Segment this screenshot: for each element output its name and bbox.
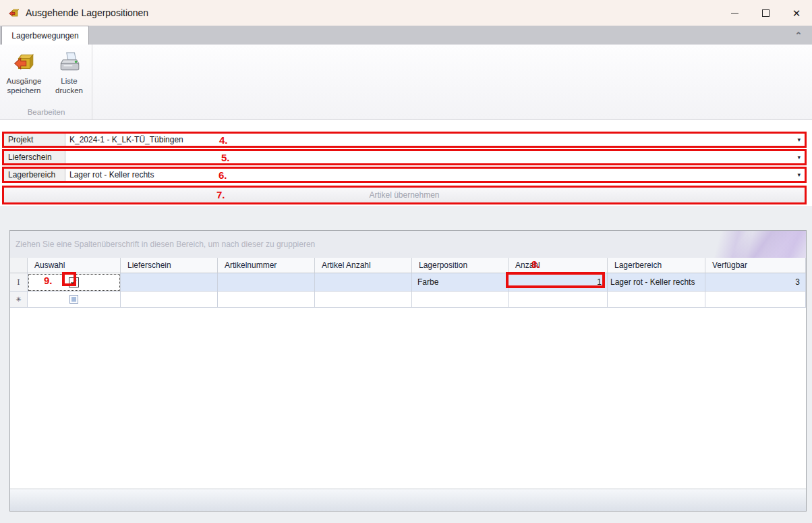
artikel-uebernehmen-label: Artikel übernehmen — [369, 190, 439, 200]
ribbon: Ausgänge speichern Liste drucken Bearbei… — [0, 45, 812, 120]
column-header-artikel-anzahl[interactable]: Artikel Anzahl — [315, 258, 412, 273]
lagerbereich-value: Lager rot - Keller rechts — [69, 170, 154, 180]
projekt-row: Projekt K_2024-1 - K_LK-TÜ_Tübingen ▾ — [4, 134, 805, 146]
column-header-lagerbereich[interactable]: Lagerbereich — [608, 258, 705, 273]
checkbox-fill — [71, 297, 76, 302]
verfuegbar-cell[interactable]: 3 — [705, 273, 806, 292]
row-indicator: I — [10, 273, 28, 292]
artikel-anzahl-cell-new[interactable] — [315, 292, 412, 308]
tab-lagerbewegungen[interactable]: Lagerbewegungen — [1, 26, 89, 45]
annotation-box-anzahl — [506, 272, 605, 288]
projekt-label: Projekt — [4, 134, 65, 146]
annotation-box-uebernehmen: Artikel übernehmen — [2, 186, 807, 204]
chevron-up-icon: ⌃ — [795, 30, 803, 40]
verfuegbar-cell-new[interactable] — [705, 292, 806, 308]
ribbon-buttons: Ausgänge speichern Liste drucken — [0, 45, 92, 96]
lagerposition-cell[interactable]: Farbe — [412, 273, 509, 292]
liste-drucken-button[interactable]: Liste drucken — [49, 51, 89, 96]
column-header-auswahl[interactable]: Auswahl — [28, 258, 121, 273]
annotation-label-8: 8. — [531, 258, 540, 270]
annotation-box-auswahl — [62, 272, 76, 286]
chevron-down-icon[interactable]: ▾ — [797, 151, 801, 163]
lieferschein-row: Lieferschein ▾ — [4, 151, 805, 163]
titlebar: Ausgehende Lagerpositionen ✕ — [0, 0, 812, 26]
projekt-value: K_2024-1 - K_LK-TÜ_Tübingen — [69, 135, 183, 144]
ribbon-tabstrip: Lagerbewegungen ⌃ — [0, 26, 812, 45]
column-header-anzahl[interactable]: Anzahl — [509, 258, 608, 273]
column-header-artikelnummer[interactable]: Artikelnummer — [218, 258, 315, 273]
liste-drucken-label: Liste drucken — [49, 76, 89, 96]
close-button[interactable]: ✕ — [781, 0, 812, 26]
lagerbereich-cell[interactable]: Lager rot - Keller rechts — [608, 273, 705, 292]
collapse-ribbon-button[interactable]: ⌃ — [790, 26, 807, 45]
anzahl-cell-new[interactable] — [509, 292, 608, 308]
annotation-label-5: 5. — [221, 152, 230, 163]
column-header-verfuegbar[interactable]: Verfügbar — [705, 258, 806, 273]
annotation-box-projekt: Projekt K_2024-1 - K_LK-TÜ_Tübingen ▾ — [2, 132, 807, 148]
lieferschein-cell[interactable] — [121, 273, 218, 292]
minimize-button[interactable] — [719, 0, 750, 26]
lagerbereich-cell-new[interactable] — [608, 292, 705, 308]
close-icon: ✕ — [792, 8, 801, 18]
chevron-down-icon[interactable]: ▾ — [797, 134, 801, 146]
annotation-label-4: 4. — [219, 134, 228, 146]
window-title: Ausgehende Lagerpositionen — [26, 7, 148, 18]
column-header-lieferschein[interactable]: Lieferschein — [121, 258, 218, 273]
row-indicator-header — [10, 258, 28, 273]
chevron-down-icon[interactable]: ▾ — [797, 169, 801, 181]
artikelnummer-cell[interactable] — [218, 273, 315, 292]
group-by-panel: Ziehen Sie eine Spaltenüberschrift in di… — [10, 231, 806, 258]
export-box-icon — [13, 51, 36, 74]
artikel-anzahl-cell[interactable] — [315, 273, 412, 292]
grid-empty-area — [10, 308, 806, 489]
artikelnummer-cell-new[interactable] — [218, 292, 315, 308]
app-window: Ausgehende Lagerpositionen ✕ Lagerbewegu… — [0, 0, 812, 523]
lieferschein-combobox[interactable]: ▾ — [65, 151, 805, 163]
printer-icon — [58, 51, 81, 74]
maximize-icon — [762, 9, 770, 17]
lagerpositionen-grid: Ziehen Sie eine Spaltenüberschrift in di… — [9, 230, 807, 512]
annotation-box-lieferschein: Lieferschein ▾ — [2, 149, 807, 165]
new-row-indicator: ✳ — [10, 292, 28, 308]
ausgaenge-speichern-label: Ausgänge speichern — [4, 76, 44, 96]
grid-footer-bar — [10, 489, 806, 511]
lagerposition-cell-new[interactable] — [412, 292, 509, 308]
ausgaenge-speichern-button[interactable]: Ausgänge speichern — [4, 51, 44, 96]
column-header-lagerposition[interactable]: Lagerposition — [412, 258, 509, 273]
auswahl-checkbox-unchecked[interactable] — [69, 295, 78, 304]
annotation-label-6: 6. — [219, 169, 227, 181]
annotation-label-7: 7. — [216, 189, 225, 200]
annotation-label-9: 9. — [44, 275, 53, 286]
lagerbereich-row: Lagerbereich Lager rot - Keller rechts ▾ — [4, 169, 805, 181]
annotation-box-lagerbereich: Lagerbereich Lager rot - Keller rechts ▾ — [2, 167, 807, 183]
window-controls: ✕ — [719, 0, 812, 26]
tab-label: Lagerbewegungen — [11, 31, 78, 40]
ribbon-group-label: Bearbeiten — [0, 108, 92, 116]
decorative-swirl — [671, 231, 806, 258]
artikel-uebernehmen-button[interactable]: Artikel übernehmen — [4, 188, 805, 202]
lieferschein-label: Lieferschein — [4, 151, 65, 163]
lieferschein-cell-new[interactable] — [121, 292, 218, 308]
app-icon — [8, 7, 20, 19]
maximize-button[interactable] — [750, 0, 781, 26]
lagerbereich-combobox[interactable]: Lager rot - Keller rechts ▾ — [65, 169, 805, 181]
lagerbereich-label: Lagerbereich — [4, 169, 65, 181]
table-row: I ✔ Farbe 1 Lager rot - Keller rechts 3 — [10, 273, 806, 292]
ribbon-group-bearbeiten: Ausgänge speichern Liste drucken Bearbei… — [0, 45, 92, 119]
group-by-hint-text: Ziehen Sie eine Spaltenüberschrift in di… — [16, 240, 315, 249]
table-row-new: ✳ — [10, 292, 806, 308]
minimize-icon — [731, 13, 738, 13]
projekt-combobox[interactable]: K_2024-1 - K_LK-TÜ_Tübingen ▾ — [65, 134, 805, 146]
auswahl-cell-new[interactable] — [28, 292, 121, 308]
grid-header-row: Auswahl Lieferschein Artikelnummer Artik… — [10, 258, 806, 273]
